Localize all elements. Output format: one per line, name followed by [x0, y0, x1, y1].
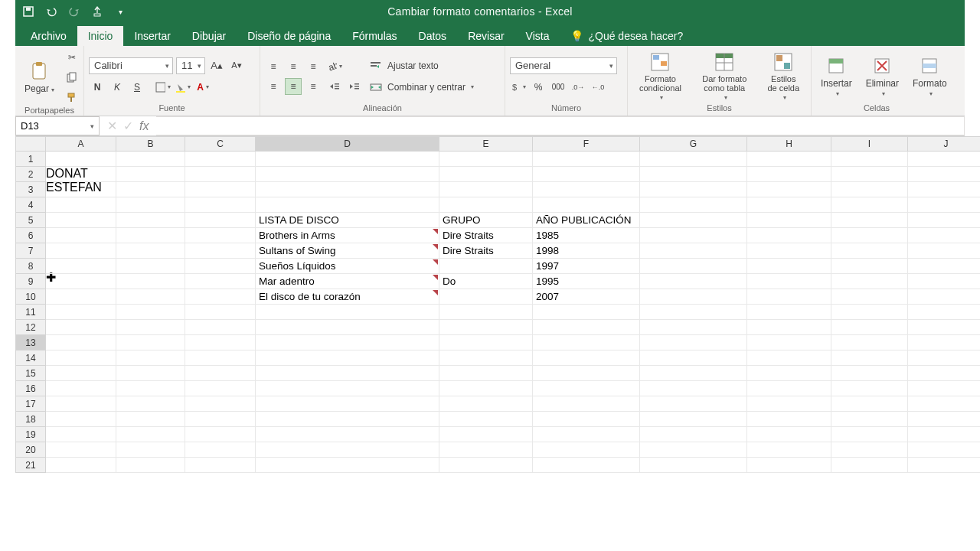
fx-icon[interactable]: fx — [139, 119, 149, 133]
font-size-combo[interactable]: 11 — [176, 57, 205, 74]
cell-D9[interactable]: Mar adentro — [256, 274, 439, 289]
row-header-3[interactable]: 3 — [15, 182, 46, 197]
fill-color-icon[interactable] — [175, 79, 191, 96]
column-header-F[interactable]: F — [533, 136, 640, 152]
tab-formulas[interactable]: Fórmulas — [341, 26, 407, 46]
row-header-20[interactable]: 20 — [15, 442, 46, 458]
align-right-icon[interactable]: ≡ — [305, 78, 322, 95]
row-header-1[interactable]: 1 — [15, 152, 46, 167]
cell-F5[interactable]: AÑO PUBLICACIÓN — [533, 213, 640, 228]
undo-icon[interactable] — [44, 5, 58, 18]
tab-review[interactable]: Revisar — [457, 26, 514, 46]
format-cells-button[interactable]: Formato — [908, 54, 952, 99]
cell-F8[interactable]: 1997 — [533, 259, 640, 274]
tell-me[interactable]: 💡 ¿Qué desea hacer? — [560, 30, 694, 46]
cell-F6[interactable]: 1985 — [533, 228, 640, 243]
touch-mode-icon[interactable] — [90, 5, 104, 18]
tab-view[interactable]: Vista — [515, 26, 560, 46]
cell-D6[interactable]: Brothers in Arms — [256, 228, 439, 243]
increase-decimal-icon[interactable]: .0→ — [570, 79, 586, 96]
align-bottom-icon[interactable]: ≡ — [305, 58, 322, 75]
thousands-format-icon[interactable]: 000 — [550, 79, 567, 96]
cell-D8[interactable]: Sueños Líquidos — [256, 259, 439, 274]
row-header-13[interactable]: 13 — [15, 335, 46, 350]
column-header-A[interactable]: A — [46, 136, 116, 152]
tab-insert[interactable]: Insertar — [123, 26, 181, 46]
row-header-6[interactable]: 6 — [15, 228, 46, 243]
row-header-15[interactable]: 15 — [15, 366, 46, 381]
row-header-12[interactable]: 12 — [15, 320, 46, 335]
tab-data[interactable]: Datos — [408, 26, 458, 46]
redo-icon[interactable] — [67, 5, 81, 18]
font-name-combo[interactable]: Calibri — [89, 57, 173, 74]
italic-icon[interactable]: K — [109, 79, 126, 96]
align-middle-icon[interactable]: ≡ — [285, 58, 302, 75]
merge-center-button[interactable]: Combinar y centrar — [368, 79, 474, 96]
column-header-H[interactable]: H — [747, 136, 831, 152]
cell-F10[interactable]: 2007 — [533, 289, 640, 305]
column-header-J[interactable]: J — [908, 136, 980, 152]
align-top-icon[interactable]: ≡ — [265, 58, 282, 75]
column-header-I[interactable]: I — [831, 136, 908, 152]
insert-cells-button[interactable]: Insertar — [816, 54, 857, 99]
format-painter-icon[interactable] — [64, 89, 80, 106]
row-header-7[interactable]: 7 — [15, 243, 46, 259]
wrap-text-button[interactable]: Ajustar texto — [368, 57, 474, 74]
row-header-5[interactable]: 5 — [15, 213, 46, 228]
decrease-font-icon[interactable]: A▾ — [228, 57, 245, 74]
delete-cells-button[interactable]: Eliminar — [861, 54, 903, 99]
cut-icon[interactable]: ✂ — [64, 49, 80, 66]
save-icon[interactable] — [21, 5, 35, 18]
decrease-decimal-icon[interactable]: ←.0 — [590, 79, 606, 96]
cell-D5[interactable]: LISTA DE DISCO — [256, 213, 439, 228]
copy-icon[interactable] — [64, 69, 80, 86]
row-header-11[interactable]: 11 — [15, 305, 46, 320]
column-header-G[interactable]: G — [640, 136, 747, 152]
tab-page-layout[interactable]: Diseño de página — [237, 26, 341, 46]
conditional-formatting-button[interactable]: Formato condicional — [632, 50, 688, 103]
row-header-18[interactable]: 18 — [15, 412, 46, 427]
tab-draw[interactable]: Dibujar — [181, 26, 237, 46]
formula-bar[interactable] — [156, 116, 965, 135]
bold-icon[interactable]: N — [89, 79, 106, 96]
row-header-16[interactable]: 16 — [15, 381, 46, 396]
customize-qat-icon[interactable]: ▾ — [113, 5, 127, 18]
borders-icon[interactable] — [155, 79, 172, 96]
number-format-combo[interactable]: General — [510, 57, 617, 74]
cell-D10[interactable]: El disco de tu corazón — [256, 289, 439, 305]
font-color-icon[interactable]: A — [194, 79, 211, 96]
orientation-icon[interactable]: ab — [326, 58, 343, 75]
percent-format-icon[interactable]: % — [530, 79, 547, 96]
row-header-2[interactable]: 2 — [15, 167, 46, 182]
cells-area[interactable]: LISTA DE DISCOGRUPOAÑO PUBLICACIÓNBrothe… — [46, 152, 230, 285]
select-all-corner[interactable] — [15, 136, 46, 152]
cell-F7[interactable]: 1998 — [533, 243, 640, 259]
align-center-icon[interactable]: ≡ — [285, 78, 302, 95]
cell-E7[interactable]: Dire Straits — [439, 243, 533, 259]
row-header-9[interactable]: 9 — [15, 274, 46, 289]
format-as-table-button[interactable]: Dar formato como tabla — [693, 50, 756, 103]
cell-E5[interactable]: GRUPO — [439, 213, 533, 228]
cancel-formula-icon[interactable]: ✕ — [107, 119, 117, 133]
row-header-19[interactable]: 19 — [15, 427, 46, 442]
row-header-21[interactable]: 21 — [15, 458, 46, 473]
tab-file[interactable]: Archivo — [20, 26, 77, 46]
cell-D7[interactable]: Sultans of Swing — [256, 243, 439, 259]
row-header-14[interactable]: 14 — [15, 350, 46, 366]
enter-formula-icon[interactable]: ✓ — [123, 119, 133, 133]
cell-F9[interactable]: 1995 — [533, 274, 640, 289]
row-header-10[interactable]: 10 — [15, 289, 46, 305]
align-left-icon[interactable]: ≡ — [265, 78, 282, 95]
increase-font-icon[interactable]: A▴ — [208, 57, 225, 74]
cell-E6[interactable]: Dire Straits — [439, 228, 533, 243]
row-header-17[interactable]: 17 — [15, 396, 46, 412]
column-header-D[interactable]: D — [256, 136, 439, 152]
accounting-format-icon[interactable]: $ — [510, 79, 527, 96]
underline-icon[interactable]: S — [129, 79, 145, 96]
column-header-C[interactable]: C — [185, 136, 256, 152]
paste-button[interactable]: Pegar — [20, 59, 59, 96]
decrease-indent-icon[interactable] — [326, 78, 343, 95]
name-box[interactable]: D13 — [15, 116, 100, 135]
tab-home[interactable]: Inicio — [77, 26, 124, 46]
row-header-8[interactable]: 8 — [15, 259, 46, 274]
